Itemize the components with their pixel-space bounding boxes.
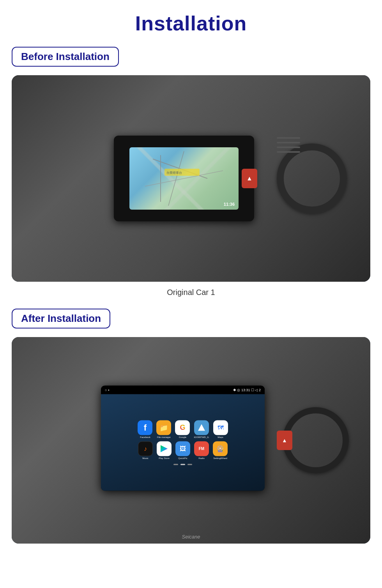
before-scene: 台禁燈車台 11:36 ▲ <box>12 75 370 282</box>
before-dashboard: 台禁燈車台 11:36 <box>114 136 254 221</box>
before-vents <box>277 137 300 153</box>
after-label-row: After Installation <box>0 309 382 337</box>
app-row-2: ♪ Music <box>138 441 228 459</box>
quickpic-label: QuickPic <box>178 457 187 459</box>
before-section: Before Installation 台禁燈車台 11:36 <box>0 47 382 309</box>
before-caption: Original Car 1 <box>167 288 215 297</box>
before-steering-wheel <box>277 143 347 214</box>
page-title: Installation <box>135 12 247 35</box>
after-section: After Installation ○ ▪ ✱ ◎ 13:31 ☐ ◁ 2 <box>0 309 382 544</box>
radio-app[interactable]: FM Radio <box>194 441 209 459</box>
setting-wheel-app[interactable]: 🎡 SettingWheel <box>213 441 228 459</box>
google-app[interactable]: G Google <box>175 420 190 438</box>
facebook-icon: f <box>138 420 152 435</box>
android-home-screen: f Facebook 📁 File manager <box>101 394 265 491</box>
before-hazard-button: ▲ <box>242 169 257 188</box>
igo-app[interactable]: iGO687WD_IL <box>194 420 209 438</box>
quickpic-app[interactable]: 🖼 QuickPic <box>175 441 190 459</box>
before-label-row: Before Installation <box>0 47 382 75</box>
before-installation-badge: Before Installation <box>12 47 119 67</box>
file-manager-label: File manager <box>157 436 171 438</box>
app-row-1: f Facebook 📁 File manager <box>138 420 228 438</box>
file-manager-app[interactable]: 📁 File manager <box>156 420 171 438</box>
android-status-bar: ○ ▪ ✱ ◎ 13:31 ☐ ◁ 2 <box>101 386 265 394</box>
facebook-label: Facebook <box>140 436 150 438</box>
before-car-image: 台禁燈車台 11:36 ▲ <box>12 75 370 282</box>
nav-time: 11:36 <box>224 202 235 207</box>
after-hazard-button: ▲ <box>277 431 292 450</box>
svg-text:台禁燈車台: 台禁燈車台 <box>166 171 182 175</box>
svg-line-3 <box>168 151 184 206</box>
maps-app[interactable]: 🗺 Maps <box>213 420 228 438</box>
igo-label: iGO687WD_IL <box>194 436 209 438</box>
maps-icon: 🗺 <box>213 420 228 435</box>
play-store-app[interactable]: Play Store <box>157 441 172 459</box>
facebook-app[interactable]: f Facebook <box>138 420 152 438</box>
music-app[interactable]: ♪ Music <box>138 441 153 459</box>
file-manager-icon: 📁 <box>156 420 171 435</box>
original-nav-screen: 台禁燈車台 11:36 <box>129 147 239 210</box>
after-steering-wheel <box>283 407 349 473</box>
after-scene: ○ ▪ ✱ ◎ 13:31 ☐ ◁ 2 f Facebook <box>12 337 370 544</box>
android-head-unit: ○ ▪ ✱ ◎ 13:31 ☐ ◁ 2 f Facebook <box>101 386 265 491</box>
after-installation-badge: After Installation <box>12 309 110 328</box>
radio-icon: FM <box>194 441 209 456</box>
music-icon: ♪ <box>138 441 153 456</box>
status-left: ○ ▪ <box>105 388 109 392</box>
after-car-image: ○ ▪ ✱ ◎ 13:31 ☐ ◁ 2 f Facebook <box>12 337 370 544</box>
setting-wheel-icon: 🎡 <box>213 441 228 456</box>
svg-marker-6 <box>198 424 205 431</box>
maps-label: Maps <box>218 436 223 438</box>
google-icon: G <box>175 420 190 435</box>
seicane-watermark: Seicane <box>182 534 200 540</box>
play-store-label: Play Store <box>159 457 170 459</box>
status-right: ✱ ◎ 13:31 ☐ ◁ 2 <box>233 388 261 392</box>
quickpic-icon: 🖼 <box>175 441 190 456</box>
radio-label: Radio <box>198 457 205 459</box>
setting-wheel-label: SettingWheel <box>213 457 227 459</box>
google-label: Google <box>179 436 186 438</box>
play-store-icon <box>157 441 172 456</box>
igo-icon <box>194 420 209 435</box>
music-label: Music <box>142 457 149 459</box>
